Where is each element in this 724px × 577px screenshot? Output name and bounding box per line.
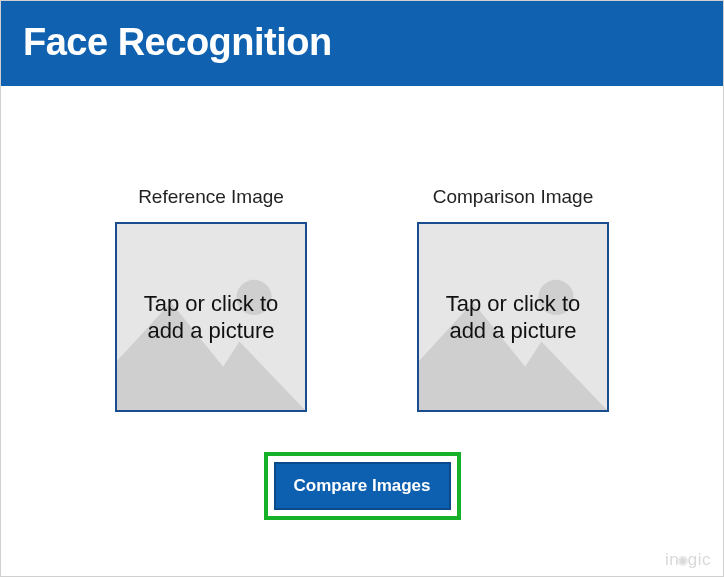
reference-label: Reference Image (138, 186, 284, 208)
comparison-panel: Comparison Image Tap or click to add a p… (417, 186, 609, 412)
reference-image-slot[interactable]: Tap or click to add a picture (115, 222, 307, 412)
watermark: in✺gic (665, 550, 711, 570)
reference-placeholder-text: Tap or click to add a picture (117, 290, 305, 345)
comparison-image-slot[interactable]: Tap or click to add a picture (417, 222, 609, 412)
page-title: Face Recognition (23, 21, 701, 64)
compare-button-highlight: Compare Images (264, 452, 461, 520)
compare-images-button[interactable]: Compare Images (274, 462, 451, 510)
image-panels-row: Reference Image Tap or click to add a pi… (115, 186, 609, 412)
app-header: Face Recognition (1, 1, 723, 86)
reference-panel: Reference Image Tap or click to add a pi… (115, 186, 307, 412)
comparison-label: Comparison Image (433, 186, 594, 208)
comparison-placeholder-text: Tap or click to add a picture (419, 290, 607, 345)
main-content: Reference Image Tap or click to add a pi… (1, 86, 723, 520)
